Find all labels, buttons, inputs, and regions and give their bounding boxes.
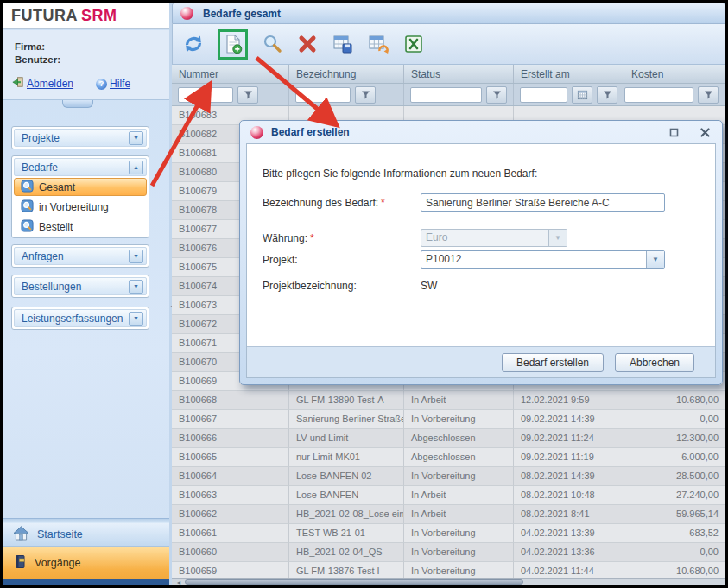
horizontal-scrollbar[interactable]: ◄	[172, 578, 725, 585]
chevron-down-icon[interactable]: ▼	[129, 131, 143, 145]
table-cell: HB_2021-02-08_Lose einze	[289, 505, 404, 524]
scrollbar-thumb[interactable]	[185, 579, 523, 585]
chevron-down-icon[interactable]: ▼	[129, 312, 143, 326]
reset-grid-layout-button[interactable]	[367, 33, 389, 55]
column-header-erstellt-am[interactable]: Erstellt am	[514, 65, 624, 83]
bezeichnung-input[interactable]	[421, 193, 665, 212]
chevron-down-icon[interactable]: ▼	[646, 251, 664, 268]
sidebar-item-gesamt[interactable]: Gesamt	[14, 178, 147, 196]
new-bedarf-button[interactable]	[222, 33, 244, 55]
accordion-anfragen-header[interactable]: Anfragen ▼	[14, 247, 147, 265]
table-row[interactable]: B100662HB_2021-02-08_Lose einzeIn Arbeit…	[172, 505, 725, 524]
table-cell: Lose-BANFEN 02	[289, 467, 404, 486]
accordion-bestellungen: Bestellungen ▼	[11, 275, 149, 298]
projektbezeichnung-label: Projektbezeichnung:	[263, 280, 357, 292]
waehrung-select: Euro ▼	[421, 229, 567, 247]
accordion-leistungserfassungen-header[interactable]: Leistungserfassungen ▼	[14, 309, 147, 327]
filter-input-erstellt-am[interactable]	[520, 87, 567, 103]
table-row[interactable]: B100668GL FM-13890 Test-AIn Arbeit12.02.…	[172, 391, 725, 410]
table-cell: B100659	[172, 562, 289, 578]
accordion-bedarfe: Bedarfe ▲ Gesamt	[11, 155, 149, 238]
abbrechen-button[interactable]: Abbrechen	[615, 353, 694, 372]
table-row[interactable]: B100665nur Limit MK01Abgeschlossen09.02.…	[172, 448, 725, 467]
chevron-up-icon[interactable]: ▲	[129, 161, 143, 174]
table-cell: 6.000,00	[624, 448, 725, 467]
table-filter-row	[172, 84, 725, 106]
filter-funnel-icon[interactable]	[486, 86, 507, 104]
dialog-title-bar[interactable]: Bedarf erstellen	[240, 121, 722, 143]
toolbar	[172, 24, 725, 65]
maximize-icon[interactable]	[667, 125, 681, 139]
refresh-button[interactable]	[182, 33, 205, 55]
close-icon[interactable]	[698, 125, 712, 139]
table-cell: In Vorbereitung	[404, 467, 514, 486]
filter-input-nummer[interactable]	[178, 87, 233, 103]
app-sphere-icon	[180, 7, 193, 20]
sidebar-item-in-vorbereitung[interactable]: in Vorbereitung	[14, 198, 147, 216]
table-cell: Abgeschlossen	[404, 448, 514, 467]
search-list-icon	[21, 199, 34, 215]
sidebar-item-vorgaenge[interactable]: Vorgänge	[3, 547, 169, 579]
export-excel-button[interactable]	[402, 33, 425, 55]
table-row[interactable]: B100667Sanierung Berliner StraßeIn Vorbe…	[172, 410, 725, 429]
calendar-icon[interactable]	[572, 86, 592, 104]
filter-input-kosten[interactable]	[624, 87, 693, 103]
table-cell: 0,00	[624, 543, 725, 562]
bezeichnung-label: Bezeichnung des Bedarf:*	[263, 197, 385, 209]
filter-cell-bezeichnung	[289, 84, 404, 105]
column-header-bezeichnung[interactable]: Bezeichnung	[289, 65, 404, 83]
user-info-box: Firma: Benutzer: Abmelden ? Hilfe	[3, 30, 169, 100]
projekt-label: Projekt:	[263, 254, 298, 266]
chevron-down-icon[interactable]: ▼	[129, 280, 143, 294]
table-cell: 10.680,00	[624, 562, 725, 578]
table-cell: Abgeschlossen	[404, 429, 514, 448]
filter-funnel-icon[interactable]	[597, 86, 617, 104]
sidebar-item-startseite[interactable]: Startseite	[3, 523, 169, 547]
table-cell: 04.02.2021 13:36	[514, 543, 624, 562]
table-row[interactable]: B100666LV und LimitAbgeschlossen09.02.20…	[172, 429, 725, 448]
accordion-bestellungen-header[interactable]: Bestellungen ▼	[14, 277, 147, 295]
table-row[interactable]: B100663Lose-BANFENIn Arbeit08.02.2021 10…	[172, 486, 725, 505]
table-cell: B100664	[172, 467, 289, 486]
table-cell: Sanierung Berliner Straße	[289, 410, 404, 429]
help-link[interactable]: ? Hilfe	[96, 78, 130, 90]
dialog-body: Bitte pflegen Sie folgende Informationen…	[246, 143, 716, 378]
sidebar-item-bestellt[interactable]: Bestellt	[14, 218, 147, 236]
column-header-status[interactable]: Status	[404, 65, 514, 83]
table-row[interactable]: B100660HB_2021-02-04_QSIn Vorbereitung04…	[172, 543, 725, 562]
table-row[interactable]: B100659GL FM-13876 Test IIn Vorbereitung…	[172, 562, 725, 578]
bedarf-erstellen-button[interactable]: Bedarf erstellen	[502, 353, 604, 372]
filter-input-status[interactable]	[410, 87, 482, 103]
panel-title-bar: Bedarfe gesamt	[172, 3, 725, 24]
table-cell: 04.02.2021 11:44	[514, 562, 624, 578]
table-row[interactable]: B100661TEST WB 21-01In Vorbereitung04.02…	[172, 524, 725, 543]
table-cell: B100666	[172, 429, 289, 448]
save-grid-layout-button[interactable]	[332, 33, 354, 55]
dialog-title: Bedarf erstellen	[271, 126, 649, 138]
sidebar-collapse-tab[interactable]	[62, 100, 93, 108]
filter-input-bezeichnung[interactable]	[295, 87, 351, 103]
dialog-instruction: Bitte pflegen Sie folgende Informationen…	[263, 168, 537, 180]
scroll-left-icon[interactable]: ◄	[174, 579, 184, 586]
column-header-nummer[interactable]: Nummer	[172, 65, 289, 83]
filter-cell-kosten	[624, 84, 725, 105]
benutzer-label: Benutzer:	[15, 54, 60, 65]
chevron-down-icon[interactable]: ▼	[129, 250, 143, 263]
table-cell: 08.02.2021 8:41	[514, 505, 624, 524]
delete-button[interactable]	[296, 33, 319, 55]
column-header-kosten[interactable]: Kosten	[624, 65, 725, 83]
accordion-bedarfe-header[interactable]: Bedarfe ▲	[14, 158, 147, 176]
logout-link[interactable]: Abmelden	[11, 76, 73, 92]
table-row[interactable]: B100664Lose-BANFEN 02In Vorbereitung08.0…	[172, 467, 725, 486]
projekt-select[interactable]: P10012 ▼	[421, 250, 665, 269]
accordion-anfragen: Anfragen ▼	[11, 244, 149, 268]
filter-funnel-icon[interactable]	[355, 86, 376, 104]
table-cell: B100667	[172, 410, 289, 429]
search-list-icon	[21, 219, 34, 235]
filter-funnel-icon[interactable]	[698, 86, 719, 104]
filter-funnel-icon[interactable]	[237, 86, 258, 104]
table-cell: 28.500,00	[624, 467, 725, 486]
table-cell: In Vorbereitung	[404, 543, 514, 562]
accordion-projekte-header[interactable]: Projekte ▼	[14, 129, 147, 147]
search-button[interactable]	[261, 33, 283, 55]
